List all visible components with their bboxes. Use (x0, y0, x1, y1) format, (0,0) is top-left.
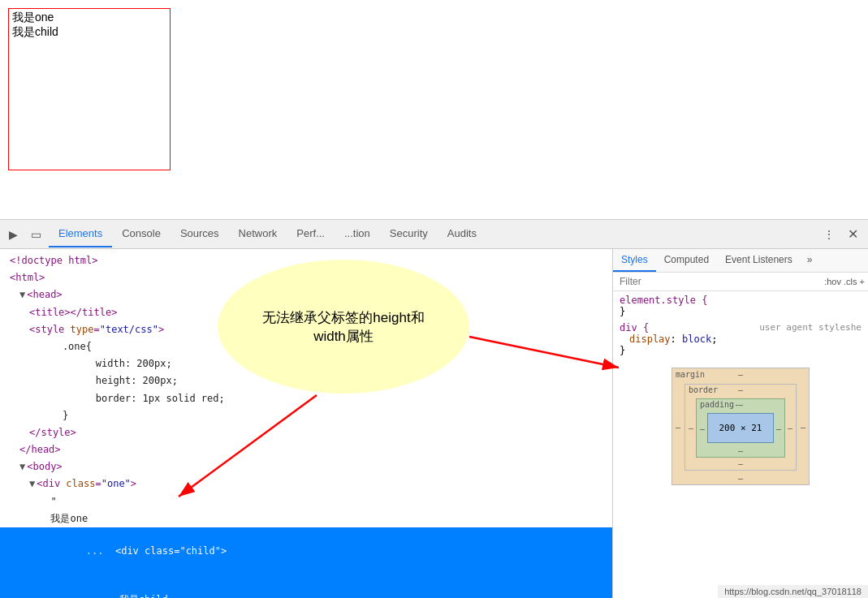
tab-network[interactable]: Network (229, 221, 287, 247)
style-rule-selector-element: element.style { (620, 295, 862, 306)
styles-tab-styles[interactable]: Styles (613, 249, 656, 272)
code-line-body[interactable]: ▼<body> (0, 458, 612, 475)
bm-content-size: 200 × 21 (719, 423, 762, 433)
bm-border-top-dash: – (738, 385, 743, 394)
demo-text2: 我是child (12, 25, 166, 40)
code-line-html[interactable]: <html> (0, 269, 612, 286)
style-rule-prop-display: display: block; (620, 333, 862, 345)
code-line-doctype[interactable]: <!doctype html> (0, 252, 612, 269)
bm-border-left-dash: – (689, 423, 693, 432)
bm-margin-bottom-dash: – (738, 474, 743, 483)
styles-tab-event-listeners[interactable]: Event Listeners (717, 249, 801, 272)
code-line-head[interactable]: ▼<head> (0, 286, 612, 303)
code-line-div-child[interactable]: ... <div class="child"> (0, 527, 612, 576)
code-line-class-one[interactable]: .one{ (0, 338, 612, 355)
elements-panel[interactable]: <!doctype html> <html> ▼<head> <title></… (0, 249, 613, 598)
styles-tab-computed[interactable]: Computed (656, 249, 717, 272)
bm-content-box: 200 × 21 (707, 413, 774, 443)
bm-border-label: border (689, 385, 718, 394)
devtools-content: <!doctype html> <html> ▼<head> <title></… (0, 249, 868, 598)
code-line-style[interactable]: <style type="text/css"> (0, 321, 612, 338)
demo-box: 我是one 我是child (8, 8, 171, 170)
preview-area: 我是one 我是child (0, 0, 868, 219)
demo-text1: 我是one (12, 11, 166, 25)
style-rule-selector-div: div { user agent styleshe (620, 322, 862, 333)
code-line-close-head[interactable]: </head> (0, 441, 612, 458)
style-rule-close-div: } (620, 345, 862, 356)
tab-sources[interactable]: Sources (171, 221, 229, 247)
bm-padding-bottom-dash: – (738, 446, 743, 455)
styles-filter-input[interactable] (616, 274, 824, 289)
code-line-border[interactable]: border: 1px solid red; (0, 390, 612, 407)
tab-elements[interactable]: Elements (49, 221, 112, 247)
device-toolbar-icon[interactable]: ▭ (26, 225, 45, 244)
styles-tabs: Styles Computed Event Listeners » (613, 249, 868, 273)
inspect-element-icon[interactable]: ▶ (3, 225, 23, 244)
style-rule-div: div { user agent styleshe display: block… (620, 322, 862, 356)
code-line-close-style[interactable]: </style> (0, 424, 612, 441)
close-devtools-button[interactable]: ✕ (841, 223, 865, 245)
code-line-width[interactable]: width: 200px; (0, 355, 612, 372)
box-model: margin – – – – border – – – – (672, 368, 810, 485)
bm-border-right-dash: – (788, 423, 792, 432)
bm-border-bottom-dash: – (738, 459, 743, 468)
bm-padding-label: padding- (700, 400, 739, 409)
tab-security[interactable]: Security (380, 221, 438, 247)
styles-filter-options[interactable]: :hov .cls + (824, 277, 865, 286)
style-rule-element: element.style { } (620, 295, 862, 317)
style-rule-close-element: } (620, 306, 862, 317)
tab-application[interactable]: ...tion (335, 221, 380, 247)
styles-tab-more[interactable]: » (801, 249, 819, 272)
bm-margin-right-dash: – (801, 422, 805, 431)
bm-padding-left-dash: – (700, 424, 705, 432)
bm-margin-left-dash: – (676, 422, 680, 431)
code-line-quote[interactable]: " (0, 493, 612, 510)
code-line-title[interactable]: <title></title> (0, 304, 612, 321)
bm-padding-right-dash: – (776, 424, 781, 432)
bm-padding-top-dash: – (738, 400, 743, 409)
devtools-panel: ▶ ▭ Elements Console Sources Network Per… (0, 219, 868, 598)
code-line-text-child[interactable]: 我是child (0, 576, 612, 598)
styles-panel: Styles Computed Event Listeners » :hov .… (613, 249, 868, 598)
tab-performance[interactable]: Perf... (287, 221, 335, 247)
code-line-close-rule[interactable]: } (0, 407, 612, 424)
code-line-div-one[interactable]: ▼<div class="one"> (0, 475, 612, 493)
code-line-text-one[interactable]: 我是one (0, 510, 612, 527)
tab-console[interactable]: Console (112, 221, 171, 247)
bm-margin-label: margin (676, 370, 705, 379)
more-tabs-button[interactable]: ⋮ (817, 225, 841, 244)
code-line-height[interactable]: height: 200px; (0, 372, 612, 389)
devtools-url: https://blog.csdn.net/qq_37018118 (718, 585, 868, 598)
bm-margin-top-dash: – (738, 370, 743, 379)
devtools-toolbar: ▶ ▭ Elements Console Sources Network Per… (0, 220, 868, 249)
styles-filter-bar: :hov .cls + (613, 273, 868, 291)
styles-content: element.style { } div { user agent style… (613, 291, 868, 598)
box-model-container: margin – – – – border – – – – (620, 361, 862, 492)
tab-audits[interactable]: Audits (438, 221, 486, 247)
